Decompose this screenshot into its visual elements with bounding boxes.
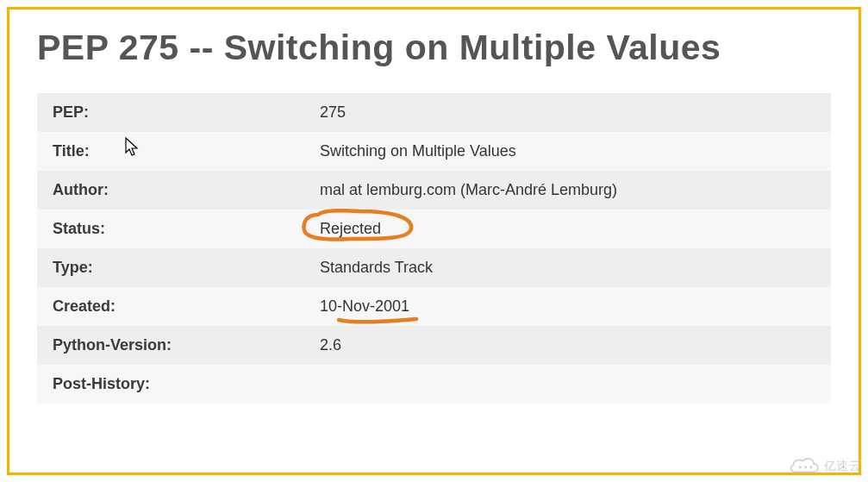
page-title: PEP 275 -- Switching on Multiple Values bbox=[37, 27, 831, 69]
table-row: Post-History: bbox=[37, 365, 831, 404]
field-value-author: mal at lemburg.com (Marc-André Lemburg) bbox=[304, 171, 831, 210]
field-value-status: Rejected bbox=[304, 210, 831, 248]
table-row: Created: 10-Nov-2001 bbox=[37, 287, 831, 326]
table-row: Status: Rejected bbox=[37, 210, 831, 248]
created-value-text: 10-Nov-2001 bbox=[320, 297, 409, 315]
field-value-post-history bbox=[304, 365, 831, 404]
status-value-text: Rejected bbox=[320, 220, 381, 237]
annotation-underline-icon bbox=[335, 315, 422, 327]
field-label-pep: PEP: bbox=[37, 93, 304, 132]
field-value-type: Standards Track bbox=[304, 248, 831, 287]
table-row: Python-Version: 2.6 bbox=[37, 326, 831, 365]
document-frame: PEP 275 -- Switching on Multiple Values … bbox=[7, 7, 861, 475]
field-label-status: Status: bbox=[37, 210, 304, 248]
field-label-post-history: Post-History: bbox=[37, 365, 304, 404]
table-row: Type: Standards Track bbox=[37, 248, 831, 287]
field-value-pep: 275 bbox=[304, 93, 831, 132]
table-row: Title: Switching on Multiple Values bbox=[37, 132, 831, 171]
field-label-created: Created: bbox=[37, 287, 304, 326]
field-label-title: Title: bbox=[37, 132, 304, 171]
field-label-type: Type: bbox=[37, 248, 304, 287]
table-row: PEP: 275 bbox=[37, 93, 831, 132]
field-label-author: Author: bbox=[37, 171, 304, 210]
field-value-created: 10-Nov-2001 bbox=[304, 287, 831, 326]
field-value-title: Switching on Multiple Values bbox=[304, 132, 831, 171]
field-value-python-version: 2.6 bbox=[304, 326, 831, 365]
field-label-python-version: Python-Version: bbox=[37, 326, 304, 365]
table-row: Author: mal at lemburg.com (Marc-André L… bbox=[37, 171, 831, 210]
pep-metadata-table: PEP: 275 Title: Switching on Multiple Va… bbox=[37, 93, 831, 404]
